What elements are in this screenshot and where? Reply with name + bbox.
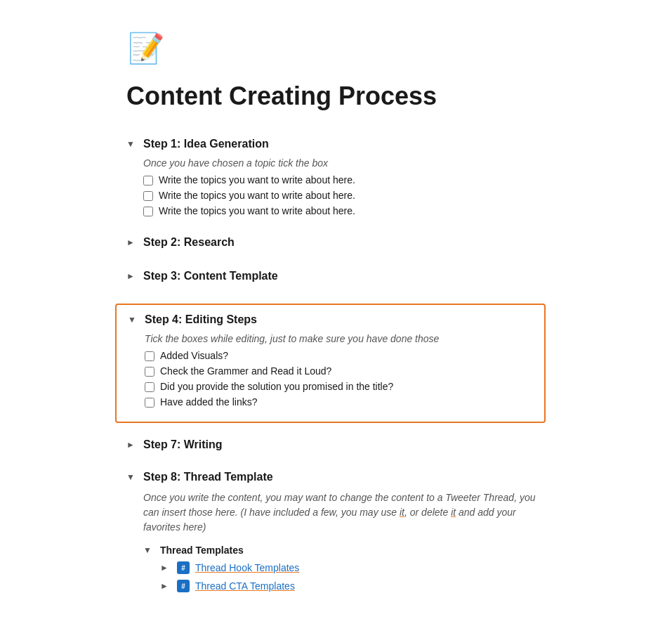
step8-note: Once you write the content, you may want… [143, 490, 546, 535]
step7-title: Step 7: Writing [143, 438, 223, 451]
step4-toggle-icon: ▼ [128, 315, 139, 325]
thread-templates-label: Thread Templates [160, 545, 244, 556]
step4-toggle[interactable]: ▼ Step 4: Editing Steps [128, 313, 533, 330]
step8-section: ▼ Step 8: Thread Template Once you write… [126, 467, 546, 595]
thread-cta-label[interactable]: Thread CTA Templates [195, 580, 295, 592]
thread-hook-db-icon: # [177, 561, 190, 574]
step7-toggle-icon: ► [126, 440, 138, 450]
step4-checkbox-input-3[interactable] [145, 382, 154, 392]
step3-section: ► Step 3: Content Template [126, 264, 546, 288]
page-icon: 📝 [126, 28, 166, 67]
step1-checkbox-input-3[interactable] [143, 207, 153, 216]
step8-toggle[interactable]: ▼ Step 8: Thread Template [126, 467, 546, 488]
step3-toggle[interactable]: ► Step 3: Content Template [126, 264, 546, 288]
step1-checkbox-label-1: Write the topics you want to write about… [159, 174, 355, 185]
step2-title: Step 2: Research [143, 236, 235, 249]
step2-toggle-icon: ► [126, 237, 138, 247]
step1-checkbox-input-1[interactable] [143, 176, 153, 185]
step4-checkbox-label-4: Have added the links? [160, 396, 258, 408]
step4-section: ▼ Step 4: Editing Steps Tick the boxes w… [126, 304, 546, 423]
step4-checkbox-label-2: Check the Grammer and Read it Loud? [160, 365, 331, 377]
page-title: Content Creating Process [126, 82, 546, 111]
step1-checkbox-label-2: Write the topics you want to write about… [159, 190, 355, 201]
step4-checkbox-label-3: Did you provide the solution you promise… [160, 381, 393, 392]
step4-subtitle: Tick the boxes while editing, just to ma… [145, 333, 533, 344]
thread-cta-toggle-icon: ► [160, 581, 171, 591]
step2-toggle[interactable]: ► Step 2: Research [126, 230, 546, 254]
thread-hook-toggle-icon: ► [160, 563, 171, 573]
thread-cta-db-icon: # [177, 580, 190, 592]
step4-checkbox-input-2[interactable] [145, 367, 154, 377]
step4-checkbox-3: Did you provide the solution you promise… [145, 381, 533, 392]
step8-toggle-icon: ▼ [126, 472, 138, 482]
step4-checkbox-2: Check the Grammer and Read it Loud? [145, 365, 533, 377]
step4-checkbox-label-1: Added Visuals? [160, 350, 228, 361]
thread-cta-templates-item[interactable]: ► # Thread CTA Templates [143, 577, 546, 595]
step1-content: Once you have chosen a topic tick the bo… [126, 157, 546, 216]
step1-toggle-icon: ▼ [126, 139, 138, 149]
step4-content: Tick the boxes while editing, just to ma… [128, 333, 533, 408]
thread-templates-toggle-icon: ▼ [143, 545, 154, 555]
step3-toggle-icon: ► [126, 271, 138, 281]
step3-title: Step 3: Content Template [143, 270, 278, 282]
step1-section: ▼ Step 1: Idea Generation Once you have … [126, 134, 546, 216]
step2-section: ► Step 2: Research [126, 230, 546, 254]
step4-highlighted-box: ▼ Step 4: Editing Steps Tick the boxes w… [115, 304, 546, 423]
step1-checkbox-input-2[interactable] [143, 191, 153, 201]
step1-title: Step 1: Idea Generation [143, 138, 269, 150]
thread-templates-toggle[interactable]: ▼ Thread Templates [143, 542, 546, 559]
thread-templates-section: ▼ Thread Templates ► # Thread Hook Templ… [143, 542, 546, 595]
step1-checkbox-2: Write the topics you want to write about… [143, 190, 546, 201]
step1-checkbox-3: Write the topics you want to write about… [143, 205, 546, 216]
step1-checkbox-label-3: Write the topics you want to write about… [159, 205, 355, 216]
step4-checkbox-input-4[interactable] [145, 398, 154, 408]
step1-subtitle: Once you have chosen a topic tick the bo… [143, 157, 546, 169]
step7-section: ► Step 7: Writing [126, 433, 546, 457]
step1-toggle[interactable]: ▼ Step 1: Idea Generation [126, 134, 546, 155]
step4-checkbox-4: Have added the links? [145, 396, 533, 408]
step8-title: Step 8: Thread Template [143, 471, 273, 483]
step4-checkbox-input-1[interactable] [145, 351, 154, 361]
step4-title: Step 4: Editing Steps [145, 313, 257, 326]
thread-hook-templates-item[interactable]: ► # Thread Hook Templates [143, 559, 546, 577]
step1-checkbox-1: Write the topics you want to write about… [143, 174, 546, 185]
thread-hook-label[interactable]: Thread Hook Templates [195, 562, 299, 573]
step4-checkbox-1: Added Visuals? [145, 350, 533, 361]
step7-toggle[interactable]: ► Step 7: Writing [126, 433, 546, 457]
step8-content: Once you write the content, you may want… [126, 490, 546, 595]
